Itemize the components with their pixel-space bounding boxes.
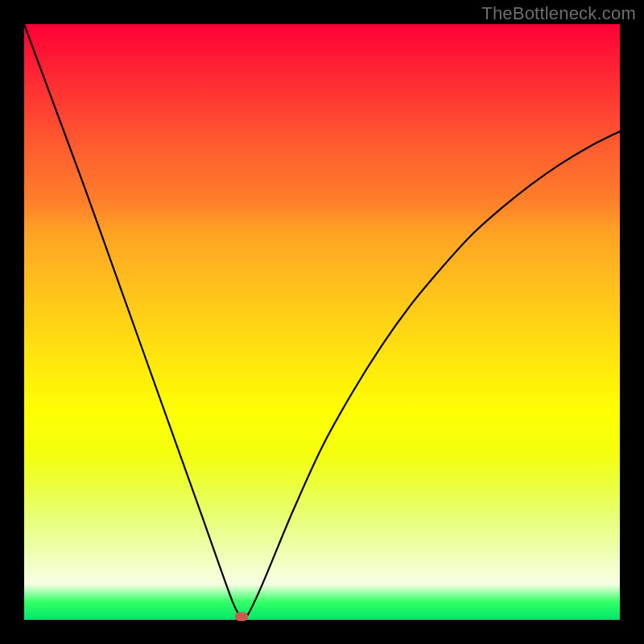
chart-frame: TheBottleneck.com (0, 0, 644, 644)
bottleneck-curve (24, 24, 620, 618)
watermark-text: TheBottleneck.com (481, 3, 636, 24)
curve-svg (24, 24, 620, 620)
plot-area (24, 24, 620, 620)
minimum-marker (235, 613, 248, 621)
